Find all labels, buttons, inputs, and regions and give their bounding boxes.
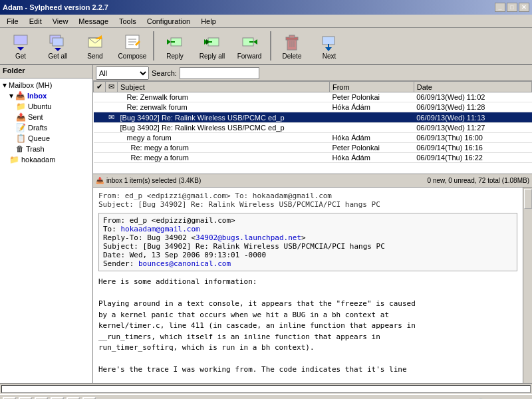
folder-item-trash[interactable]: 🗑 Trash — [15, 144, 91, 154]
preview-from: From: ed_p <edpizzi@gmail.com> — [103, 216, 513, 225]
folder-item-hokaadam[interactable]: 📁 hokaadam — [8, 154, 91, 165]
msg-status-text: inbox 1 item(s) selected (3.4KB) — [106, 177, 201, 184]
row-checkbox[interactable] — [94, 123, 106, 133]
table-row[interactable]: ✉ [Bug 34902] Re: Ralink Wireless USB/PC… — [94, 112, 532, 123]
preview-to: To: hokaadam@gmail.com — [103, 225, 513, 233]
delete-button[interactable]: Delete — [274, 29, 310, 63]
row-from: Hóka Ádám — [329, 153, 414, 163]
folder-item-sent[interactable]: 📤 Sent — [15, 112, 91, 122]
mailbox-label: Mailbox (MH) — [9, 81, 52, 89]
get-all-button[interactable]: Get all — [40, 29, 76, 63]
preview-area: From: ed_p <edpizzi@gmail.com> To: hokaa… — [93, 188, 532, 383]
preview-header-box: From: ed_p <edpizzi@gmail.com> To: hokaa… — [98, 213, 517, 271]
folder-tree[interactable]: ▾ Mailbox (MH) ▾ 📥 Inbox 📁 Ubuntu 📤 Sent… — [0, 78, 92, 383]
table-row[interactable]: Re: megy a forum Hóka Ádám 06/09/14(Thu)… — [94, 153, 532, 163]
msg-count-text: 0 new, 0 unread, 72 total (1.08MB) — [428, 177, 529, 184]
preview-reply-to: Reply-To: Bug 34902 <34902@bugs.launchpa… — [103, 233, 513, 242]
preview-scrollbar[interactable] — [523, 188, 532, 383]
row-subject: Re: Zenwalk forum — [118, 92, 330, 102]
row-checkbox[interactable] — [94, 102, 106, 112]
svg-marker-14 — [167, 39, 171, 45]
toolbar-sep-1 — [153, 31, 154, 61]
row-from — [329, 123, 414, 133]
filter-select[interactable]: All — [96, 66, 149, 80]
row-checkbox[interactable] — [94, 112, 106, 123]
next-icon — [320, 33, 338, 51]
menu-message[interactable]: Message — [74, 16, 112, 27]
menu-help[interactable]: Help — [197, 16, 220, 27]
search-input[interactable] — [180, 67, 259, 79]
reply-button[interactable]: Reply — [157, 29, 193, 63]
get-button[interactable]: Get — [3, 29, 39, 63]
toolbar-sep-2 — [270, 31, 271, 61]
horizontal-scroll-bar[interactable] — [0, 383, 532, 394]
msg-list[interactable]: ✔ ✉ Subject From Date Re: Zenwalk forum … — [93, 81, 532, 174]
forward-button[interactable]: Forward — [231, 29, 267, 63]
row-checkbox[interactable] — [94, 143, 106, 153]
menu-view[interactable]: View — [49, 16, 72, 27]
table-row[interactable]: [Bug 34902] Re: Ralink Wireless USB/PCMC… — [94, 123, 532, 133]
col-date[interactable]: Date — [414, 82, 531, 92]
maximize-button[interactable]: □ — [507, 3, 517, 12]
table-row[interactable]: Re: zenwalk forum Hóka Ádám 06/09/13(Wed… — [94, 102, 532, 112]
folder-item-drafts[interactable]: 📝 Drafts — [15, 122, 91, 133]
reply-all-icon — [203, 33, 221, 51]
send-button[interactable]: Send — [77, 29, 113, 63]
scroll-track[interactable] — [1, 385, 531, 393]
row-checkbox[interactable] — [94, 133, 106, 143]
row-subject: Re: megy a forum — [118, 153, 330, 163]
menu-bar: File Edit View Message Tools Configurati… — [0, 15, 532, 28]
row-attach — [106, 143, 118, 153]
menu-edit[interactable]: Edit — [25, 16, 46, 27]
row-attach — [106, 123, 118, 133]
folder-pane: Folder ▾ Mailbox (MH) ▾ 📥 Inbox 📁 Ubuntu… — [0, 65, 93, 383]
preview-subject: Subject: [Bug 34902] Re: Ralink Wireless… — [103, 242, 513, 251]
msg-preview[interactable]: From: ed_p <edpizzi@gmail.com> To: hokaa… — [93, 188, 523, 383]
trash-icon: 🗑 — [16, 144, 24, 154]
folder-item-mailbox[interactable]: ▾ Mailbox (MH) — [1, 80, 91, 90]
table-row[interactable]: megy a forum Hóka Ádám 06/09/13(Thu) 16:… — [94, 133, 532, 143]
inbox-label: Inbox — [27, 92, 47, 100]
menu-configuration[interactable]: Configuration — [143, 16, 194, 27]
svg-marker-30 — [325, 47, 332, 51]
col-from[interactable]: From — [329, 82, 414, 92]
search-label: Search: — [152, 69, 177, 77]
preview-date: Date: Wed, 13 Sep 2006 09:13:01 -0000 — [103, 251, 513, 259]
svg-rect-29 — [323, 37, 334, 45]
preview-sender-link: bounces@canonical.com — [138, 259, 231, 268]
reply-all-button[interactable]: Reply all — [194, 29, 230, 63]
next-label: Next — [323, 53, 336, 60]
folder-item-queue[interactable]: 📋 Queue — [15, 133, 91, 144]
col-checkbox: ✔ — [94, 82, 106, 92]
menu-file[interactable]: File — [3, 16, 23, 27]
inbox-status-icon: 📥 — [96, 177, 104, 184]
table-row[interactable]: Re: megy a forum Peter Polonkai 06/09/14… — [94, 143, 532, 153]
inbox-icon: 📥 — [15, 91, 25, 100]
toolbar: Get Get all Send — [0, 28, 532, 65]
row-from: Hóka Ádám — [329, 133, 414, 143]
table-row[interactable]: Re: Zenwalk forum Peter Polonkai 06/09/1… — [94, 92, 532, 102]
row-date: 06/09/13(Wed) 11:28 — [414, 102, 531, 112]
title-bar: Adam - Sylpheed version 2.2.7 _ □ ✕ — [0, 0, 532, 15]
next-button[interactable]: Next — [311, 29, 347, 63]
row-checkbox[interactable] — [94, 153, 106, 163]
close-button[interactable]: ✕ — [519, 3, 529, 12]
col-subject[interactable]: Subject — [118, 82, 330, 92]
window-controls: _ □ ✕ — [495, 3, 529, 12]
row-from: Peter Polonkai — [329, 92, 414, 102]
svg-marker-4 — [55, 48, 61, 51]
folder-item-ubuntu[interactable]: 📁 Ubuntu — [15, 101, 91, 112]
svg-marker-21 — [253, 39, 257, 45]
minimize-button[interactable]: _ — [495, 3, 505, 12]
send-icon — [86, 33, 104, 51]
taskbar: 🐧 🖥 💻 🔍 🌐 👤 🔊 16:38 Adam — [0, 394, 532, 399]
row-subject: Re: zenwalk forum — [118, 102, 330, 112]
msg-status-bar: 📥 inbox 1 item(s) selected (3.4KB) 0 new… — [93, 174, 532, 188]
preview-reply-link: 34902@bugs.launchpad.net — [196, 233, 301, 242]
svg-rect-3 — [53, 38, 63, 46]
menu-tools[interactable]: Tools — [115, 16, 140, 27]
delete-label: Delete — [283, 53, 302, 60]
folder-item-inbox[interactable]: ▾ 📥 Inbox — [8, 90, 91, 101]
compose-button[interactable]: Compose — [114, 29, 150, 63]
row-checkbox[interactable] — [94, 92, 106, 102]
